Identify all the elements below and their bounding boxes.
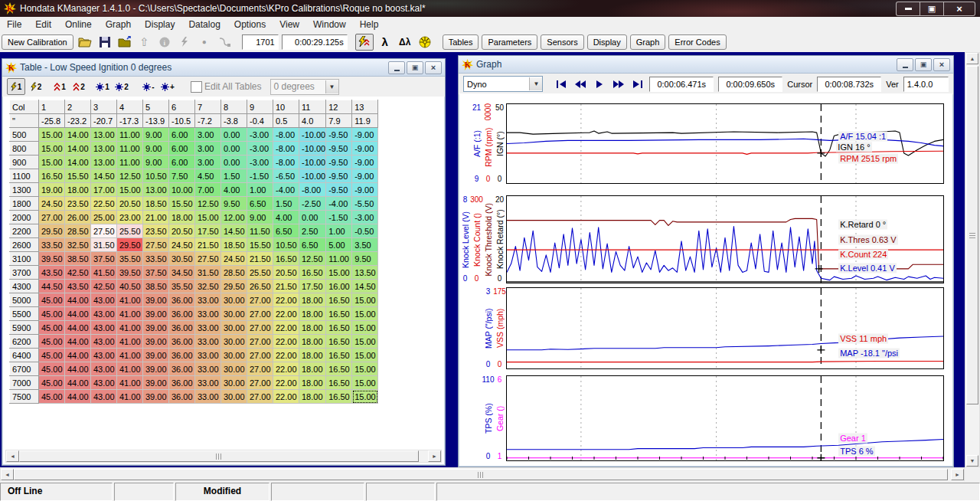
cell-7500-2[interactable]: 44.00 bbox=[65, 390, 91, 404]
import-folder-icon[interactable] bbox=[116, 34, 133, 50]
cell-1300-11[interactable]: -8.00 bbox=[299, 183, 326, 197]
cell-6200-10[interactable]: 22.00 bbox=[273, 335, 299, 349]
cell-3100-5[interactable]: 33.50 bbox=[143, 252, 169, 266]
cell-3100-2[interactable]: 38.50 bbox=[65, 252, 91, 266]
cell-6200-12[interactable]: 16.50 bbox=[326, 335, 352, 349]
cell-3100-6[interactable]: 30.50 bbox=[169, 252, 195, 266]
load-header-1[interactable]: -25.8 bbox=[39, 114, 65, 128]
load-header-11[interactable]: 4.0 bbox=[299, 114, 326, 128]
view-button-error-codes[interactable]: Error Codes bbox=[668, 34, 726, 50]
menu-item-edit[interactable]: Edit bbox=[28, 18, 58, 31]
col-header-12[interactable]: 12 bbox=[326, 100, 352, 114]
row-header-5900[interactable]: 5900 bbox=[10, 321, 39, 335]
col-header-3[interactable]: 3 bbox=[91, 100, 117, 114]
row-header-6400[interactable]: 6400 bbox=[10, 349, 39, 362]
cell-2000-3[interactable]: 25.00 bbox=[91, 211, 117, 224]
cell-500-12[interactable]: -9.50 bbox=[326, 128, 352, 142]
cam-table-2-icon[interactable]: 2 bbox=[113, 79, 130, 94]
cell-2200-9[interactable]: 11.50 bbox=[247, 224, 273, 238]
cell-500-6[interactable]: 6.00 bbox=[169, 128, 195, 142]
cell-7000-6[interactable]: 36.00 bbox=[169, 376, 195, 390]
cell-900-4[interactable]: 11.00 bbox=[117, 156, 143, 169]
cell-900-12[interactable]: -9.50 bbox=[326, 156, 352, 169]
cell-1800-4[interactable]: 20.50 bbox=[117, 197, 143, 211]
view-button-display[interactable]: Display bbox=[587, 34, 627, 50]
cell-2200-12[interactable]: 1.00 bbox=[326, 224, 352, 238]
row-header-5000[interactable]: 5000 bbox=[10, 293, 39, 307]
cell-1100-9[interactable]: -1.50 bbox=[247, 169, 273, 183]
cell-800-4[interactable]: 11.00 bbox=[117, 142, 143, 156]
cell-5500-4[interactable]: 41.00 bbox=[117, 307, 143, 321]
cell-6700-11[interactable]: 18.00 bbox=[299, 362, 326, 376]
cell-5900-13[interactable]: 15.00 bbox=[352, 321, 378, 335]
cell-7000-1[interactable]: 45.00 bbox=[39, 376, 65, 390]
cell-5900-5[interactable]: 39.00 bbox=[143, 321, 169, 335]
col-header-10[interactable]: 10 bbox=[273, 100, 299, 114]
cell-6700-1[interactable]: 45.00 bbox=[39, 362, 65, 376]
cell-4300-5[interactable]: 38.50 bbox=[143, 280, 169, 293]
cell-4300-11[interactable]: 17.50 bbox=[299, 280, 326, 293]
cell-1800-10[interactable]: 1.50 bbox=[273, 197, 299, 211]
cell-1300-10[interactable]: -4.00 bbox=[273, 183, 299, 197]
cell-3100-11[interactable]: 12.50 bbox=[299, 252, 326, 266]
cam-minus-icon[interactable]: - bbox=[140, 79, 157, 94]
cell-2200-6[interactable]: 20.50 bbox=[169, 224, 195, 238]
cell-3100-7[interactable]: 27.50 bbox=[195, 252, 221, 266]
cell-6200-7[interactable]: 33.00 bbox=[195, 335, 221, 349]
cell-2200-13[interactable]: -0.50 bbox=[352, 224, 378, 238]
col-header-7[interactable]: 7 bbox=[195, 100, 221, 114]
cell-2200-2[interactable]: 28.50 bbox=[65, 224, 91, 238]
cell-2200-7[interactable]: 17.50 bbox=[195, 224, 221, 238]
cell-3700-2[interactable]: 42.50 bbox=[65, 266, 91, 280]
cell-2200-11[interactable]: 2.50 bbox=[299, 224, 326, 238]
cell-3100-8[interactable]: 24.50 bbox=[221, 252, 247, 266]
cell-1800-2[interactable]: 23.50 bbox=[65, 197, 91, 211]
cell-500-10[interactable]: -8.00 bbox=[273, 128, 299, 142]
cell-2600-9[interactable]: 15.50 bbox=[247, 238, 273, 252]
minimize-button[interactable] bbox=[896, 2, 920, 16]
row-header-800[interactable]: 800 bbox=[10, 142, 39, 156]
cell-2200-5[interactable]: 23.50 bbox=[143, 224, 169, 238]
cell-6400-7[interactable]: 33.00 bbox=[195, 349, 221, 362]
cell-2600-5[interactable]: 27.50 bbox=[143, 238, 169, 252]
plot-area-2[interactable]: VSS 11 mphMAP -18.1 "/psi bbox=[506, 287, 944, 369]
cell-6400-12[interactable]: 16.50 bbox=[326, 349, 352, 362]
cell-6400-13[interactable]: 15.00 bbox=[352, 349, 378, 362]
cell-5900-9[interactable]: 27.00 bbox=[247, 321, 273, 335]
cam-angle-select[interactable]: 0 degrees ▼ bbox=[270, 79, 339, 95]
new-calibration-button[interactable]: New Calibration bbox=[2, 34, 74, 50]
cell-6700-6[interactable]: 36.00 bbox=[169, 362, 195, 376]
cell-500-13[interactable]: -9.00 bbox=[352, 128, 378, 142]
cell-2000-9[interactable]: 9.00 bbox=[247, 211, 273, 224]
graph-mode-select[interactable]: Dyno ▼ bbox=[463, 76, 543, 92]
cell-5500-10[interactable]: 22.00 bbox=[273, 307, 299, 321]
cell-5000-4[interactable]: 41.00 bbox=[117, 293, 143, 307]
rewind-button[interactable] bbox=[573, 77, 587, 91]
cell-5900-11[interactable]: 18.00 bbox=[299, 321, 326, 335]
cell-1300-2[interactable]: 18.00 bbox=[65, 183, 91, 197]
plot-area-1[interactable]: K.Retard 0 °K.Thres 0.63 VK.Count 224K.L… bbox=[506, 195, 944, 283]
cell-800-1[interactable]: 15.00 bbox=[39, 142, 65, 156]
cell-800-9[interactable]: -3.00 bbox=[247, 142, 273, 156]
cell-5900-12[interactable]: 16.50 bbox=[326, 321, 352, 335]
cell-500-9[interactable]: -3.00 bbox=[247, 128, 273, 142]
row-header-3700[interactable]: 3700 bbox=[10, 266, 39, 280]
cell-2600-3[interactable]: 31.50 bbox=[91, 238, 117, 252]
open-file-icon[interactable] bbox=[77, 34, 93, 50]
col-header-11[interactable]: 11 bbox=[299, 100, 326, 114]
cell-6400-10[interactable]: 22.00 bbox=[273, 349, 299, 362]
plot-area-3[interactable]: Gear 1TPS 6 % bbox=[506, 375, 944, 461]
cell-2000-1[interactable]: 27.00 bbox=[39, 211, 65, 224]
cell-1300-5[interactable]: 13.00 bbox=[143, 183, 169, 197]
cell-4300-4[interactable]: 40.50 bbox=[117, 280, 143, 293]
cell-1300-1[interactable]: 19.00 bbox=[39, 183, 65, 197]
cell-2600-11[interactable]: 6.50 bbox=[299, 238, 326, 252]
skip-end-button[interactable] bbox=[630, 77, 645, 91]
cell-900-6[interactable]: 6.00 bbox=[169, 156, 195, 169]
edit-all-tables-checkbox[interactable] bbox=[191, 81, 202, 93]
cell-3100-3[interactable]: 37.50 bbox=[91, 252, 117, 266]
cell-900-7[interactable]: 3.00 bbox=[195, 156, 221, 169]
cell-500-8[interactable]: 0.00 bbox=[221, 128, 247, 142]
cell-5000-3[interactable]: 43.00 bbox=[91, 293, 117, 307]
load-header-8[interactable]: -3.8 bbox=[221, 114, 247, 128]
